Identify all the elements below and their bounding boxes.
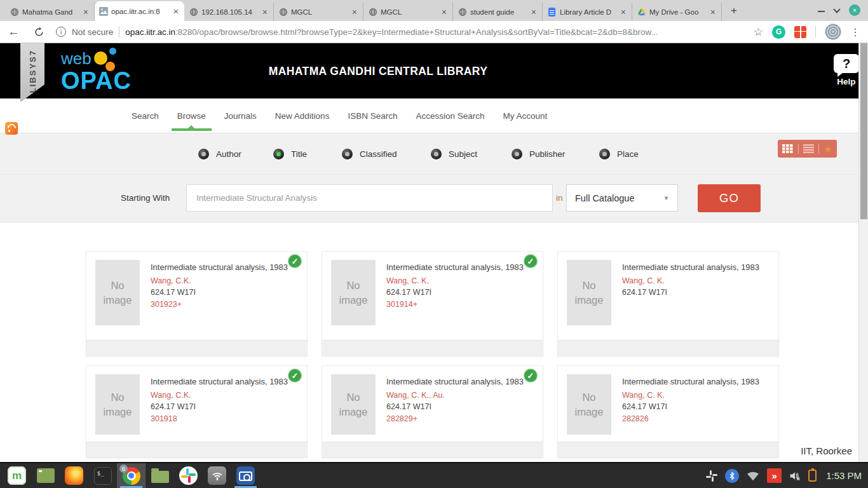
radio-classified[interactable]: Classified: [342, 149, 397, 159]
webopac-logo[interactable]: web OPAC: [61, 50, 132, 93]
address-bar[interactable]: i Not secure opac.iitr.ac.in:8280/opac/b…: [56, 26, 746, 37]
slack-icon[interactable]: [174, 463, 203, 488]
terminal-icon[interactable]: $_: [88, 463, 117, 488]
browser-tab-opac[interactable]: opac.iitr.ac.in:8 ×: [95, 1, 184, 21]
browser-tab-my-drive[interactable]: My Drive - Goo ×: [632, 3, 722, 21]
browser-tab-mgcl-2[interactable]: MGCL ×: [363, 3, 453, 21]
nav-item-browse[interactable]: Browse: [177, 98, 206, 133]
radio-icon[interactable]: [342, 149, 353, 159]
info-icon[interactable]: i: [56, 27, 66, 37]
nav-item-isbn-search[interactable]: ISBN Search: [348, 98, 397, 133]
favorites-star-icon[interactable]: ★: [824, 144, 832, 154]
page-url[interactable]: opac.iitr.ac.in:8280/opac/browse/browse.…: [125, 27, 658, 37]
radio-icon[interactable]: [273, 149, 284, 159]
result-card[interactable]: ✓ Noimage Intermediate structural analys…: [322, 365, 543, 458]
list-view-icon[interactable]: [803, 144, 814, 153]
browser-tab-mahatma[interactable]: Mahatma Gand ×: [5, 3, 95, 21]
radio-publisher[interactable]: Publisher: [512, 149, 565, 159]
catalogue-scope-select[interactable]: Full Catalogue ▼: [566, 184, 678, 212]
browse-key-input[interactable]: [186, 184, 553, 212]
page-scrollbar[interactable]: [858, 43, 868, 462]
book-author[interactable]: Wang, C. K., Au.: [386, 390, 524, 402]
restore-icon[interactable]: [833, 6, 840, 13]
globe-icon: [278, 7, 288, 17]
result-card[interactable]: ✓ Noimage Intermediate structural analys…: [86, 365, 308, 458]
browser-menu-icon[interactable]: ⋮: [850, 26, 860, 38]
radio-icon[interactable]: [198, 149, 209, 159]
radio-icon[interactable]: [512, 149, 522, 159]
grammarly-extension-icon[interactable]: G: [772, 25, 785, 39]
tab-close-icon[interactable]: ×: [172, 7, 180, 16]
book-call-number: 624.17 W17I: [622, 287, 759, 299]
nav-item-my-account[interactable]: My Account: [503, 98, 548, 133]
scrollbar-thumb[interactable]: [860, 43, 867, 219]
mint-menu-icon[interactable]: m: [3, 463, 31, 488]
nav-item-accession-search[interactable]: Accession Search: [416, 98, 484, 133]
browser-tab-library-article[interactable]: Library Article D ×: [543, 3, 632, 21]
grid-view-icon[interactable]: [782, 144, 793, 153]
book-call-number: 624.17 W17I: [386, 287, 524, 299]
radio-icon[interactable]: [431, 149, 442, 159]
book-author[interactable]: Wang, C.K.: [151, 275, 288, 287]
radio-place[interactable]: Place: [599, 149, 639, 159]
anydesk-icon[interactable]: »: [767, 468, 782, 483]
back-icon[interactable]: ←: [8, 25, 20, 39]
show-desktop-icon[interactable]: [31, 463, 60, 488]
browser-tab-ip[interactable]: 192.168.105.14 ×: [184, 3, 274, 21]
radio-icon[interactable]: [599, 149, 610, 159]
tab-close-icon[interactable]: ×: [709, 8, 717, 17]
result-card[interactable]: ✓ Noimage Intermediate structural analys…: [557, 365, 779, 458]
book-accession[interactable]: 282829+: [386, 413, 524, 425]
tab-close-icon[interactable]: ×: [261, 8, 269, 17]
files-icon[interactable]: [146, 463, 174, 488]
nav-item-new-additions[interactable]: New Additions: [275, 98, 330, 133]
book-accession[interactable]: 301914+: [386, 299, 524, 311]
browser-tab-bar: Mahatma Gand × opac.iitr.ac.in:8 × 192.1…: [0, 0, 868, 21]
help-button[interactable]: ? Help: [834, 54, 859, 86]
firefox-icon[interactable]: [60, 463, 88, 488]
book-accession[interactable]: 301918: [151, 413, 288, 425]
rss-icon[interactable]: [5, 122, 18, 135]
tab-close-icon[interactable]: ×: [440, 8, 448, 17]
network-icon[interactable]: [203, 463, 231, 488]
screenshot-icon[interactable]: [231, 463, 260, 488]
profile-avatar[interactable]: [825, 24, 841, 40]
nav-item-journals[interactable]: Journals: [224, 98, 257, 133]
radio-title[interactable]: Title: [273, 149, 307, 159]
clock[interactable]: 1:53 PM: [826, 470, 862, 481]
tab-close-icon[interactable]: ×: [351, 8, 358, 17]
book-accession[interactable]: 301923+: [151, 299, 288, 311]
bookmark-star-icon[interactable]: ☆: [754, 25, 763, 39]
result-card[interactable]: ✓ Noimage Intermediate structural analys…: [557, 251, 779, 356]
wifi-icon[interactable]: [746, 470, 760, 482]
book-author[interactable]: Wang, C.K.: [151, 390, 288, 402]
reload-icon[interactable]: [34, 27, 44, 37]
tab-close-icon[interactable]: ×: [620, 8, 627, 17]
minimize-icon[interactable]: [818, 11, 825, 12]
tab-close-icon[interactable]: ×: [530, 8, 538, 17]
logo-opac-text: OPAC: [61, 69, 132, 93]
book-call-number: 624.17 W17I: [386, 401, 524, 413]
browser-tab-mgcl-1[interactable]: MGCL ×: [274, 3, 363, 21]
radio-subject[interactable]: Subject: [431, 149, 477, 159]
chrome-icon[interactable]: 6: [117, 463, 146, 488]
go-button[interactable]: GO: [698, 184, 761, 212]
tab-close-icon[interactable]: ×: [82, 8, 90, 17]
book-author[interactable]: Wang, C. K.: [622, 275, 759, 287]
new-tab-button[interactable]: +: [722, 4, 746, 21]
nav-item-search[interactable]: Search: [132, 98, 159, 133]
bluetooth-icon[interactable]: [725, 469, 739, 483]
slack-tray-icon[interactable]: [705, 470, 718, 482]
close-window-icon[interactable]: ×: [849, 4, 860, 16]
extension-icon[interactable]: [794, 26, 806, 38]
radio-author[interactable]: Author: [198, 149, 241, 159]
result-card[interactable]: ✓ Noimage Intermediate structural analys…: [86, 251, 308, 356]
volume-muted-icon[interactable]: [789, 470, 801, 482]
book-author[interactable]: Wang, C. K.: [386, 275, 524, 287]
result-card[interactable]: ✓ Noimage Intermediate structural analys…: [322, 251, 543, 356]
browser-tab-student-guide[interactable]: student guide ×: [453, 3, 543, 21]
battery-icon[interactable]: [808, 470, 817, 482]
book-author[interactable]: Wang, C. K.: [622, 390, 759, 402]
help-icon[interactable]: ?: [834, 54, 859, 73]
book-accession[interactable]: 282826: [622, 413, 759, 425]
